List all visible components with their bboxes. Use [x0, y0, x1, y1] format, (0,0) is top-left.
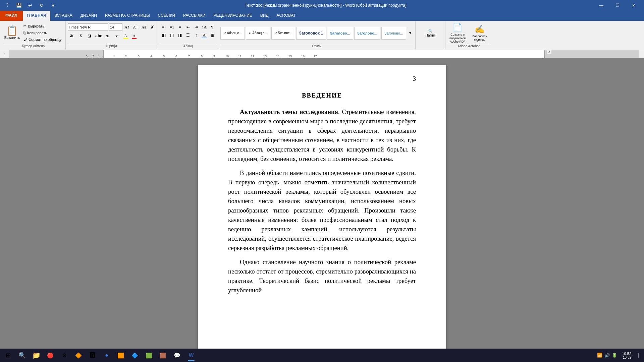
cut-button[interactable]: ✂ Вырезать: [22, 23, 63, 29]
volume-icon[interactable]: 🔊: [604, 353, 610, 358]
subscript-button[interactable]: x₂: [104, 32, 112, 40]
save-button[interactable]: 💾: [14, 1, 23, 10]
multilevel-list-button[interactable]: ≡: [176, 23, 184, 31]
taskbar-app-5[interactable]: 🟩: [142, 349, 156, 362]
highlight-button[interactable]: A: [122, 32, 129, 40]
change-case-button[interactable]: Аа: [140, 23, 148, 31]
increase-font-button[interactable]: A↑: [123, 23, 131, 31]
tab-insert[interactable]: ВСТАВКА: [50, 11, 76, 21]
style-abzac2[interactable]: ↵ Абзац с...: [246, 27, 270, 40]
title-bar: ? 💾 ↩ ↻ ▾ Текст.doc [Режим ограниченной …: [0, 0, 644, 11]
network-icon[interactable]: 📶: [597, 353, 602, 358]
battery-icon[interactable]: 🔋: [612, 353, 617, 358]
ruler-left-margin: L: [0, 50, 9, 58]
taskbar-app-explorer[interactable]: 📁: [30, 349, 43, 362]
undo-button[interactable]: ↩: [25, 1, 35, 10]
bullets-button[interactable]: ≡•: [160, 23, 168, 31]
page-number-display: 3: [413, 75, 416, 82]
search-button[interactable]: 🔍: [15, 349, 29, 362]
clear-format-button[interactable]: ✗: [149, 23, 156, 31]
tab-review[interactable]: РЕЦЕНЗИРОВАНИЕ: [209, 11, 256, 21]
tab-layout[interactable]: РАЗМЕТКА СТРАНИЦЫ: [101, 11, 154, 21]
numbering-button[interactable]: ≡1: [168, 23, 176, 31]
ruler-num-9: 9: [213, 55, 215, 58]
style-heading1[interactable]: Заголовок 1: [296, 27, 326, 40]
ruler-track: 3 2 1 1 2 3 4 5 6 7 8 9 10 11 12 13 14 1…: [9, 50, 639, 58]
superscript-button[interactable]: x²: [113, 32, 121, 40]
decrease-font-button[interactable]: A↓: [132, 23, 139, 31]
tab-file[interactable]: ФАЙЛ: [0, 11, 23, 21]
styles-expand-button[interactable]: ▼: [407, 23, 413, 43]
strikethrough-button[interactable]: abc: [95, 32, 103, 40]
cut-label: Вырезать: [28, 24, 44, 28]
tab-home[interactable]: ГЛАВНАЯ: [23, 11, 50, 21]
line-spacing-button[interactable]: ↕: [193, 32, 200, 39]
borders-button[interactable]: ▦: [209, 32, 216, 39]
align-right-button[interactable]: ◨: [176, 32, 184, 39]
redo-button[interactable]: ↻: [37, 1, 46, 10]
align-center-button[interactable]: ◫: [168, 32, 176, 39]
ruler-num-8: 8: [201, 55, 203, 58]
decrease-indent-button[interactable]: ⇤: [184, 23, 192, 31]
tab-references[interactable]: ССЫЛКИ: [154, 11, 179, 21]
style-heading2[interactable]: Заголово...: [327, 27, 353, 40]
show-marks-button[interactable]: ¶: [209, 23, 216, 31]
style-heading4[interactable]: Заголово...: [381, 27, 406, 40]
bold-button[interactable]: Ж: [68, 32, 76, 40]
start-button[interactable]: ⊞: [1, 349, 15, 362]
create-pdf-button[interactable]: 📄 Создать и поделиться Adobe PDF: [447, 23, 468, 43]
italic-button[interactable]: К: [77, 32, 85, 40]
paragraph-1-text: . Стремительные изменения, происходящие …: [228, 108, 416, 162]
taskbar-app-1[interactable]: 🅰: [86, 349, 99, 362]
align-left-button[interactable]: ◧: [160, 32, 168, 39]
increase-indent-button[interactable]: ⇥: [193, 23, 200, 31]
paragraph-group-label: Абзац: [160, 44, 216, 49]
document-area[interactable]: 3 ВВЕДЕНИЕ Актуальность темы исследовани…: [0, 58, 644, 353]
clipboard-group-label: Буфер обмена: [3, 44, 63, 49]
style-bezint[interactable]: ↵ Без инт...: [271, 27, 295, 40]
taskbar-app-whatsapp[interactable]: 💬: [170, 349, 184, 362]
taskbar-clock[interactable]: 10:52 10:52: [619, 352, 634, 359]
tab-design[interactable]: ДИЗАЙН: [76, 11, 101, 21]
minimize-button[interactable]: —: [594, 0, 609, 11]
close-button[interactable]: ✕: [626, 0, 641, 11]
underline-button[interactable]: Ч: [86, 32, 94, 40]
font-color-button[interactable]: A: [130, 32, 138, 40]
font-size-input[interactable]: [109, 23, 122, 31]
taskbar-app-4[interactable]: 🔷: [128, 349, 142, 362]
taskbar-app-chrome[interactable]: 🔴: [44, 349, 57, 362]
align-buttons-row: ◧ ◫ ◨ ☰ ↕ A ▦: [160, 32, 216, 39]
document-heading[interactable]: ВВЕДЕНИЕ: [228, 92, 416, 99]
align-justify-button[interactable]: ☰: [184, 32, 192, 39]
tab-view[interactable]: ВИД: [256, 11, 273, 21]
taskbar: ⊞ 🔍 📁 🔴 ⚙ 🔶 🅰 ● 🟧 🔷 🟩 🟫 💬 W 📶 🔊 🔋 10:52 …: [0, 349, 644, 362]
restore-button[interactable]: ❐: [610, 0, 625, 11]
show-desktop-button[interactable]: |: [635, 349, 643, 362]
sort-button[interactable]: ↕A: [201, 23, 208, 31]
ruler-num-17: 17: [314, 55, 317, 58]
tab-mailings[interactable]: РАССЫЛКИ: [179, 11, 209, 21]
paste-button[interactable]: 📋 Вставить: [3, 23, 21, 43]
taskbar-app-word[interactable]: W: [184, 349, 198, 362]
style-abzac1[interactable]: ↵ Абзац с...: [220, 27, 245, 40]
tab-acrobat[interactable]: ACROBAT: [273, 11, 300, 21]
font-name-input[interactable]: [68, 23, 108, 31]
paragraph-2[interactable]: В данной области наметились определенные…: [228, 168, 416, 253]
format-painter-button[interactable]: 🖌 Формат по образцу: [22, 37, 63, 43]
help-button[interactable]: ?: [3, 1, 12, 10]
copy-button[interactable]: ⎘ Копировать: [22, 30, 63, 36]
find-button[interactable]: 🔍 Найти: [422, 23, 438, 43]
customize-button[interactable]: ▾: [48, 1, 58, 10]
taskbar-app-6[interactable]: 🟫: [156, 349, 170, 362]
taskbar-app-settings[interactable]: ⚙: [58, 349, 71, 362]
taskbar-app-vlc[interactable]: 🔶: [72, 349, 85, 362]
font-group-label: Шрифт: [68, 44, 156, 49]
acrobat-group-label: Adobe Acrobat: [447, 44, 490, 49]
style-heading3[interactable]: Заголово...: [354, 27, 380, 40]
paragraph-1[interactable]: Актуальность темы исследования. Стремите…: [228, 107, 416, 164]
request-signatures-button[interactable]: ✍ Запросить подписи: [470, 23, 490, 43]
taskbar-app-2[interactable]: ●: [100, 349, 113, 362]
paragraph-3[interactable]: Однако становление научного знания о пол…: [228, 257, 416, 295]
taskbar-app-3[interactable]: 🟧: [114, 349, 127, 362]
shading-button[interactable]: A: [201, 32, 208, 39]
